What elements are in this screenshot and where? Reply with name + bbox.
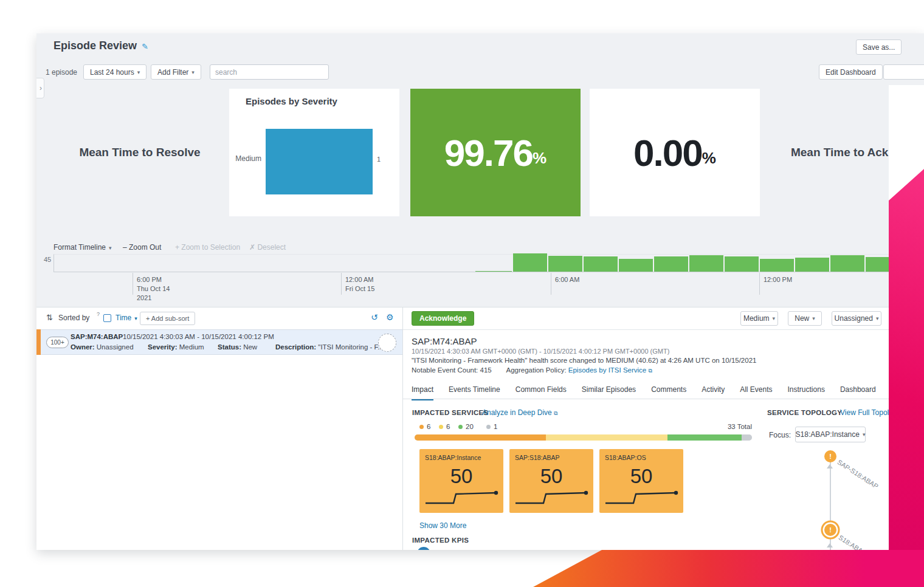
save-as-button[interactable]: Save as... <box>856 39 902 55</box>
notable-count-label: Notable Event Count: <box>412 366 478 374</box>
severity-stripe <box>36 329 41 355</box>
health-sparkline <box>603 489 680 508</box>
timeline-tick-label: 6:00 AM <box>555 275 579 284</box>
episode-row-title: SAP:M74:ABAP <box>71 333 123 340</box>
impacted-service-card[interactable]: S18:ABAP:OS50 <box>599 449 683 513</box>
chevron-right-icon: › <box>40 84 42 92</box>
edit-dashboard-button[interactable]: Edit Dashboard <box>819 64 883 80</box>
zoom-out-button[interactable]: – Zoom Out <box>123 243 161 252</box>
decorative-wedge-bottom <box>533 550 924 587</box>
chevron-down-icon: ▾ <box>191 69 195 75</box>
timeline-tick <box>551 273 551 295</box>
severity-legend-item: 6 <box>439 423 450 430</box>
dashboard-card: › Episode Review✎ Save as... 1 episode L… <box>36 33 924 550</box>
service-health-score: 50 <box>419 465 503 488</box>
analyze-deep-dive-link[interactable]: Analyze in Deep Dive ⧉ <box>482 408 558 417</box>
more-actions-button[interactable] <box>883 64 924 80</box>
settings-icon[interactable]: ⚙ <box>386 312 394 322</box>
impacted-service-card[interactable]: SAP:S18:ABAP50 <box>509 449 593 513</box>
topology-node[interactable]: ! <box>824 450 836 462</box>
timeline-y-max-label: 45 <box>44 256 51 263</box>
severity-category-label: Medium <box>229 154 261 163</box>
timeline-tick <box>133 273 133 295</box>
acknowledge-button[interactable]: Acknowledge <box>412 311 474 326</box>
show-more-link[interactable]: Show 30 More <box>419 521 466 530</box>
topology-node-focused[interactable]: ! <box>824 524 836 536</box>
impacted-kpis-label: IMPACTED KPIS <box>412 537 469 544</box>
service-name: S18:ABAP:OS <box>605 454 646 461</box>
kpi-mean-time-to-resolve: Mean Time to Resolve <box>49 89 231 216</box>
impacted-service-card[interactable]: S18:ABAP:Instance50 <box>419 449 503 513</box>
episode-description: "ITSI Monitoring - Framework Health" hea… <box>412 357 756 364</box>
decorative-wedge-right <box>889 169 924 587</box>
legend-dot-icon <box>419 425 424 429</box>
timeline-bar[interactable] <box>725 256 759 272</box>
chevron-down-icon: ▾ <box>863 431 866 438</box>
select-all-checkbox[interactable] <box>103 314 111 322</box>
episode-row-time: 10/15/2021 4:30:03 AM - 10/15/2021 4:00:… <box>123 333 274 340</box>
chevron-down-icon: ▾ <box>812 315 815 321</box>
external-link-icon: ⧉ <box>648 368 652 374</box>
list-detail-divider <box>402 307 403 550</box>
kpi-status-icon <box>417 547 430 550</box>
owner-dropdown[interactable]: Unassigned▾ <box>832 311 881 326</box>
health-sparkline <box>513 489 590 508</box>
add-filter-dropdown[interactable]: Add Filter▾ <box>151 64 201 80</box>
timeline-bar[interactable] <box>689 255 723 272</box>
episode-count: 1 episode <box>46 68 77 77</box>
sort-hint: ? <box>97 311 100 317</box>
service-name: S18:ABAP:Instance <box>425 454 481 461</box>
format-timeline-dropdown[interactable]: Format Timeline▾ <box>53 243 112 252</box>
timeline-bar[interactable] <box>548 256 582 272</box>
availability-single-value-panel: 99.76 % <box>410 89 581 216</box>
timeline-tick-label: 6:00 PMThu Oct 142021 <box>137 275 170 303</box>
event-count-badge: 100+ <box>46 337 69 348</box>
timeline-bar[interactable] <box>654 256 688 272</box>
legend-dot-icon <box>458 425 463 429</box>
timeline-tick-label: 12:00 PM <box>764 275 792 284</box>
episode-row[interactable]: 100+ SAP:M74:ABAP 10/15/2021 4:30:03 AM … <box>36 329 402 355</box>
timeline-bar[interactable] <box>619 259 653 272</box>
timeline-bar[interactable] <box>830 255 864 272</box>
severity-legend-item: 20 <box>458 423 474 430</box>
timeline-bar[interactable] <box>513 253 547 272</box>
zero-value: 0.00 <box>633 131 702 174</box>
timeline-bar[interactable] <box>760 259 794 272</box>
impacted-services-label: IMPACTED SERVICES <box>412 409 488 416</box>
service-name: SAP:S18:ABAP <box>515 454 560 461</box>
add-sub-sort-button[interactable]: + Add sub-sort <box>140 312 195 325</box>
focus-dropdown[interactable]: S18:ABAP:Instance▾ <box>795 427 866 442</box>
timeline-bar[interactable] <box>475 271 512 272</box>
timeline-bar[interactable] <box>795 258 829 272</box>
episode-detail-title: SAP:M74:ABAP <box>412 336 477 346</box>
edit-title-icon[interactable]: ✎ <box>142 42 148 51</box>
severity-legend-item: 6 <box>419 423 430 430</box>
severity-bar[interactable] <box>266 129 373 194</box>
severity-dropdown[interactable]: Medium▾ <box>740 311 778 326</box>
timeline-bar[interactable] <box>584 256 618 272</box>
severity-segment <box>742 434 752 441</box>
status-dropdown[interactable]: New▾ <box>788 311 822 326</box>
zoom-to-selection-button[interactable]: + Zoom to Selection <box>175 243 240 252</box>
sort-order-icon[interactable]: ⇅ <box>46 313 53 322</box>
chevron-down-icon: ▾ <box>134 315 137 321</box>
topology-node-label: S18:ABAP:Instance <box>837 534 891 550</box>
episode-field: Description: "ITSI Monitoring - F... <box>275 343 384 351</box>
topology-node-label: SAP-S18:ABAP <box>836 458 880 490</box>
service-topology-label: SERVICE TOPOLOGY <box>767 409 842 416</box>
health-sparkline <box>423 489 500 508</box>
episodes-by-severity-panel: Episodes by Severity Medium 1 <box>229 89 399 216</box>
deselect-button[interactable]: ✗ Deselect <box>249 243 286 252</box>
sidebar-expand-flap[interactable]: › <box>36 78 44 98</box>
aggregation-policy-link[interactable]: Episodes by ITSI Service ⧉ <box>568 366 652 374</box>
time-range-dropdown[interactable]: Last 24 hours▾ <box>83 64 147 80</box>
legend-dot-icon <box>439 425 443 429</box>
availability-value: 99.76 <box>444 131 533 174</box>
sort-field-dropdown[interactable]: Time▾ <box>116 314 137 322</box>
service-health-score: 50 <box>509 465 593 488</box>
chevron-down-icon: ▾ <box>876 315 879 321</box>
timeline-histogram[interactable]: 6:00 PMThu Oct 14202112:00 AMFri Oct 156… <box>53 254 924 272</box>
owner-avatar[interactable] <box>378 334 396 352</box>
refresh-icon[interactable]: ↺ <box>371 312 378 322</box>
search-input[interactable] <box>210 64 329 80</box>
